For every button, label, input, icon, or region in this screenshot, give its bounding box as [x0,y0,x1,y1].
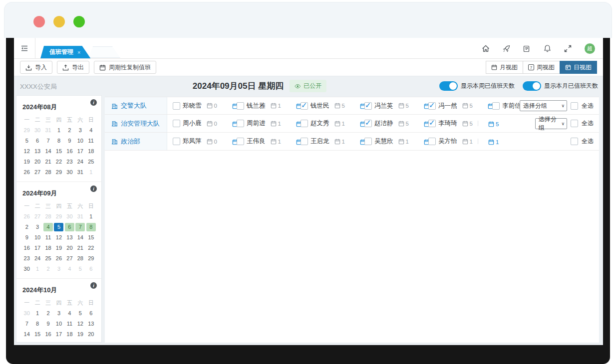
calendar-day[interactable]: 31 [75,168,85,177]
calendar-day[interactable]: 8 [54,137,63,145]
calendar-day[interactable]: 30 [22,265,31,273]
person-checkbox[interactable] [364,138,372,145]
calendar-day[interactable]: 5 [75,265,85,273]
calendar-day[interactable]: 4 [86,126,96,135]
calendar-day[interactable]: 6 [86,309,96,318]
tab-duty-management[interactable]: 值班管理 × [40,46,90,58]
calendar-day[interactable]: 2 [43,309,53,318]
calendar-day[interactable]: 3 [75,126,85,135]
calendar-day[interactable]: 1 [54,126,63,135]
traffic-light-minimize-button[interactable] [53,16,65,27]
calendar-day[interactable]: 5 [22,137,31,145]
calendar-day[interactable]: 20 [33,158,42,166]
person-checkbox[interactable] [237,102,244,110]
calendar-day[interactable]: 10 [54,320,63,328]
home-icon[interactable] [482,45,490,52]
calendar-day[interactable]: 16 [22,244,31,252]
calendar-day[interactable]: 22 [86,244,96,252]
info-icon[interactable]: i [90,185,97,192]
tab-close-icon[interactable]: × [77,49,80,55]
calendar-day[interactable]: 8 [33,320,42,328]
report-icon[interactable] [523,45,531,52]
calendar-day[interactable]: 27 [65,254,74,263]
calendar-day[interactable]: 1 [86,168,96,177]
calendar-day[interactable]: 25 [86,158,96,166]
calendar-day[interactable]: 22 [54,158,63,166]
calendar-day[interactable]: 30 [33,126,42,135]
calendar-day[interactable]: 25 [43,254,53,263]
calendar-day[interactable]: 3 [54,309,63,318]
calendar-day[interactable]: 4 [65,309,74,318]
calendar-day[interactable]: 21 [22,341,31,343]
calendar-day[interactable]: 26 [22,168,31,177]
person-checkbox[interactable] [173,120,180,127]
person-checkbox[interactable] [492,102,500,110]
person-checkbox[interactable] [237,120,244,127]
calendar-day[interactable]: 5 [54,223,63,231]
select-all-checkbox[interactable] [571,120,578,127]
calendar-day[interactable]: 12 [54,233,63,242]
person-checkbox[interactable] [173,102,180,110]
calendar-day[interactable]: 17 [33,244,42,252]
calendar-day[interactable]: 4 [43,223,53,231]
calendar-day[interactable]: 6 [33,137,42,145]
calendar-day[interactable]: 7 [43,137,53,145]
calendar-day[interactable]: 25 [65,341,74,343]
import-button[interactable]: 导入 [20,61,52,74]
calendar-day[interactable]: 29 [86,254,96,263]
department-cell[interactable]: 交警大队 [105,97,167,114]
calendar-day[interactable]: 24 [75,158,85,166]
calendar-day[interactable]: 22 [33,341,42,343]
calendar-day[interactable]: 29 [54,212,63,221]
select-all-checkbox[interactable] [571,138,578,145]
calendar-day[interactable]: 10 [33,233,42,242]
calendar-day[interactable]: 31 [43,126,53,135]
rocket-icon[interactable] [503,45,510,52]
calendar-day[interactable]: 31 [75,212,85,221]
calendar-day[interactable]: 11 [43,233,53,242]
person-checkbox[interactable] [301,120,308,127]
calendar-day[interactable]: 21 [75,244,85,252]
calendar-day[interactable]: 8 [86,223,96,231]
avatar[interactable]: 超 [585,43,595,54]
person-checkbox[interactable]: ✓ [301,102,308,110]
person-checkbox[interactable] [173,138,180,145]
toggle-show-week-days[interactable] [439,81,458,91]
calendar-day[interactable]: 23 [22,254,31,263]
calendar-day[interactable]: 5 [75,309,85,318]
calendar-day[interactable]: 14 [43,147,53,156]
person-checkbox[interactable]: ✓ [428,102,436,110]
calendar-day[interactable]: 9 [22,233,31,242]
calendar-day[interactable]: 21 [43,158,53,166]
calendar-day[interactable]: 18 [65,330,74,339]
calendar-day[interactable]: 23 [65,158,74,166]
calendar-day[interactable]: 13 [86,320,96,328]
collapse-menu-icon[interactable] [20,45,28,52]
calendar-day[interactable]: 12 [22,147,31,156]
periodic-copy-button[interactable]: 周期性复制值班 [94,61,156,74]
department-cell[interactable]: 政治部 [105,133,167,150]
info-icon[interactable]: i [90,99,97,106]
person-checkbox[interactable] [428,138,436,145]
person-checkbox[interactable] [237,138,244,145]
traffic-light-zoom-button[interactable] [73,16,85,27]
calendar-day[interactable]: 26 [75,341,85,343]
calendar-day[interactable]: 23 [43,341,53,343]
calendar-day[interactable]: 27 [86,341,96,343]
calendar-day[interactable]: 28 [43,168,53,177]
calendar-day[interactable]: 6 [86,265,96,273]
calendar-day[interactable]: 7 [75,223,85,231]
calendar-day[interactable]: 28 [75,254,85,263]
select-all-checkbox[interactable] [571,102,578,110]
calendar-day[interactable]: 2 [65,126,74,135]
calendar-day[interactable]: 19 [75,330,85,339]
traffic-light-close-button[interactable] [33,16,45,27]
calendar-day[interactable]: 17 [75,147,85,156]
fullscreen-icon[interactable] [564,45,572,52]
calendar-day[interactable]: 15 [33,330,42,339]
calendar-day[interactable]: 2 [43,265,53,273]
calendar-day[interactable]: 13 [65,233,74,242]
calendar-day[interactable]: 27 [33,212,42,221]
calendar-day[interactable]: 26 [54,254,63,263]
calendar-day[interactable]: 15 [86,233,96,242]
